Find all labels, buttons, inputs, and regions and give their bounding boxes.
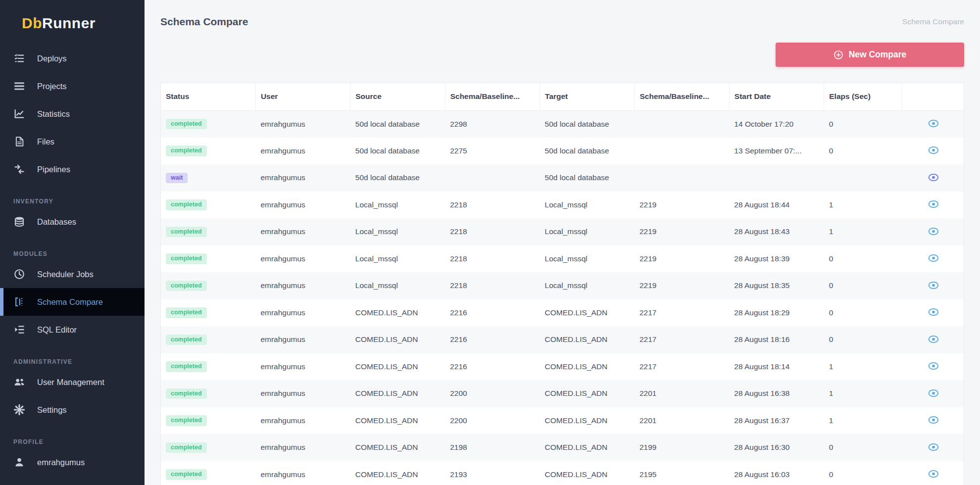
table-row: completedemrahgumusLocal_mssql2218Local_… xyxy=(161,272,964,299)
elaps-cell: 0 xyxy=(824,110,902,138)
sidebar-item-label: Pipelines xyxy=(37,165,70,174)
elaps-cell: 1 xyxy=(824,218,902,245)
start-date-cell: 28 August 18:14 xyxy=(729,353,824,381)
source-schema-cell: 2275 xyxy=(445,138,539,165)
status-cell: completed xyxy=(161,245,255,273)
start-date-cell: 28 August 18:29 xyxy=(729,299,824,327)
sidebar-item-statistics[interactable]: Statistics xyxy=(0,100,145,128)
sidebar-item-label: Schema Compare xyxy=(37,297,103,307)
sidebar-item-schema-compare[interactable]: Schema Compare xyxy=(0,288,145,316)
sidebar-item-label: Scheduler Jobs xyxy=(37,270,94,279)
sidebar-item-sql-editor[interactable]: SQL Editor xyxy=(0,316,145,343)
sidebar-item-emrahgumus[interactable]: emrahgumus xyxy=(0,448,145,476)
target-schema-cell: 2219 xyxy=(635,272,729,299)
status-cell: wait xyxy=(161,164,255,192)
eye-icon xyxy=(928,335,939,343)
table-header-row: StatusUserSourceSchema/Baseline...Target… xyxy=(161,83,964,110)
view-details-button[interactable] xyxy=(927,388,940,398)
table-row: completedemrahgumusCOMED.LIS_ADN2216COME… xyxy=(161,299,964,327)
sidebar-item-label: SQL Editor xyxy=(37,325,77,335)
view-details-button[interactable] xyxy=(927,145,940,155)
pipelines-icon xyxy=(13,164,25,175)
sidebar-item-user-management[interactable]: User Management xyxy=(0,368,145,396)
target-schema-cell: 2199 xyxy=(635,434,729,461)
source-cell: Local_mssql xyxy=(350,245,445,273)
sidebar: DbRunner DeploysProjectsStatisticsFilesP… xyxy=(0,0,145,485)
elaps-cell: 0 xyxy=(824,434,902,461)
breadcrumb: Schema Compare xyxy=(902,17,964,26)
start-date-cell: 14 October 17:20 xyxy=(729,110,824,138)
view-details-button[interactable] xyxy=(927,469,940,479)
view-details-button[interactable] xyxy=(927,253,940,263)
view-details-button[interactable] xyxy=(927,280,940,291)
column-header-source: Source xyxy=(350,83,445,110)
table-row: completedemrahgumusCOMED.LIS_ADN2198COME… xyxy=(161,434,964,461)
statistics-chart-icon xyxy=(13,108,25,119)
sidebar-item-files[interactable]: Files xyxy=(0,128,145,155)
user-cell: emrahgumus xyxy=(255,110,350,138)
user-cell: emrahgumus xyxy=(255,326,350,353)
target-cell: 50d local database xyxy=(540,110,635,138)
status-cell: completed xyxy=(161,110,255,138)
view-details-button[interactable] xyxy=(927,442,940,452)
eye-icon xyxy=(928,119,939,128)
source-schema-cell: 2200 xyxy=(445,407,539,435)
user-icon xyxy=(13,457,25,468)
user-cell: emrahgumus xyxy=(255,299,350,327)
actions-cell xyxy=(902,434,964,461)
view-details-button[interactable] xyxy=(927,334,940,344)
view-details-button[interactable] xyxy=(927,226,940,237)
status-badge: completed xyxy=(166,307,207,318)
source-schema-cell: 2218 xyxy=(445,245,539,273)
target-schema-cell: 2219 xyxy=(635,245,729,273)
clock-icon xyxy=(13,269,25,280)
view-details-button[interactable] xyxy=(927,361,940,371)
target-cell: COMED.LIS_ADN xyxy=(540,434,635,461)
user-cell: emrahgumus xyxy=(255,245,350,273)
sidebar-item-pipelines[interactable]: Pipelines xyxy=(0,155,145,183)
elaps-cell: 1 xyxy=(824,192,902,219)
source-cell: COMED.LIS_ADN xyxy=(350,380,445,407)
column-header-elaps-sec: Elaps (Sec) xyxy=(824,83,902,110)
status-cell: completed xyxy=(161,326,255,353)
status-cell: completed xyxy=(161,299,255,327)
actions-cell xyxy=(902,299,964,327)
view-details-button[interactable] xyxy=(927,199,940,209)
view-details-button[interactable] xyxy=(927,172,940,183)
user-cell: emrahgumus xyxy=(255,353,350,381)
start-date-cell: 13 September 07:... xyxy=(729,138,824,165)
user-cell: emrahgumus xyxy=(255,434,350,461)
user-cell: emrahgumus xyxy=(255,138,350,165)
sidebar-item-deploys[interactable]: Deploys xyxy=(0,45,145,72)
sidebar-item-settings[interactable]: Settings xyxy=(0,396,145,424)
view-details-button[interactable] xyxy=(927,415,940,425)
users-icon xyxy=(13,377,25,388)
start-date-cell: 28 August 18:44 xyxy=(729,192,824,219)
status-cell: completed xyxy=(161,192,255,219)
table-row: completedemrahgumusCOMED.LIS_ADN2200COME… xyxy=(161,380,964,407)
sidebar-item-projects[interactable]: Projects xyxy=(0,72,145,100)
gear-icon xyxy=(13,404,25,415)
status-badge: completed xyxy=(166,227,207,238)
new-compare-button[interactable]: New Compare xyxy=(776,43,964,67)
eye-icon xyxy=(928,416,939,424)
actions-cell xyxy=(902,218,964,245)
target-cell: COMED.LIS_ADN xyxy=(540,326,635,353)
source-schema-cell: 2298 xyxy=(445,110,539,138)
view-details-button[interactable] xyxy=(927,118,940,129)
sidebar-item-databases[interactable]: Databases xyxy=(0,208,145,236)
eye-icon xyxy=(928,362,939,370)
eye-icon xyxy=(928,308,939,316)
view-details-button[interactable] xyxy=(927,307,940,317)
target-schema-cell: 2201 xyxy=(635,380,729,407)
status-cell: completed xyxy=(161,461,255,485)
column-header-schema-baseline: Schema/Baseline... xyxy=(445,83,539,110)
elaps-cell: 1 xyxy=(824,407,902,435)
sidebar-item-scheduler-jobs[interactable]: Scheduler Jobs xyxy=(0,260,145,288)
user-cell: emrahgumus xyxy=(255,164,350,192)
target-schema-cell: 2195 xyxy=(635,461,729,485)
actions-cell xyxy=(902,380,964,407)
eye-icon xyxy=(928,470,939,478)
elaps-cell: 1 xyxy=(824,353,902,381)
source-schema-cell: 2216 xyxy=(445,353,539,381)
